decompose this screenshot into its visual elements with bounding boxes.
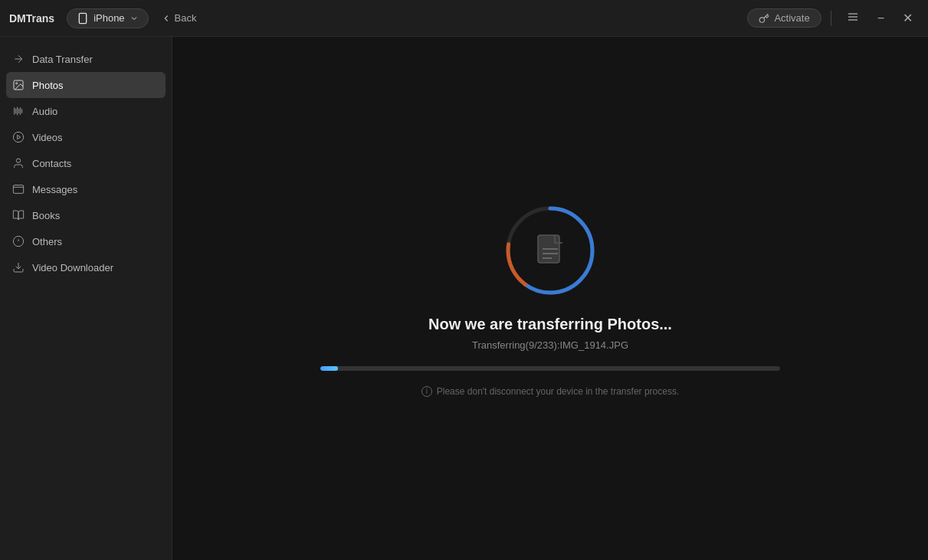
divider — [831, 11, 831, 26]
download-icon — [12, 261, 25, 273]
sidebar-item-video-downloader[interactable]: Video Downloader — [0, 254, 172, 280]
svg-point-7 — [16, 83, 18, 84]
title-bar: DMTrans iPhone Back Activate — [0, 0, 928, 37]
menu-button[interactable] — [841, 8, 865, 29]
sidebar-item-label: Videos — [32, 132, 63, 143]
svg-marker-15 — [18, 135, 21, 139]
progress-bar-fill — [320, 366, 338, 371]
title-bar-right: Activate − ✕ — [747, 8, 919, 29]
sidebar-item-label: Audio — [32, 106, 57, 117]
spinner-svg — [500, 201, 600, 300]
transfer-subtitle: Transferring(9/233):IMG_1914.JPG — [472, 339, 628, 351]
transfer-title: Now we are transferring Photos... — [428, 316, 672, 333]
svg-rect-0 — [79, 13, 86, 23]
svg-point-14 — [13, 132, 23, 142]
chevron-left-icon — [161, 13, 172, 24]
svg-rect-17 — [13, 185, 23, 194]
audio-icon — [12, 105, 25, 117]
photos-icon — [12, 79, 25, 91]
phone-icon — [77, 12, 89, 25]
warning-label: Please don't disconnect your device in t… — [437, 386, 679, 397]
sidebar-item-others[interactable]: Others — [0, 228, 172, 254]
activate-label: Activate — [774, 12, 809, 24]
others-icon — [12, 235, 25, 247]
transfer-icon — [12, 53, 25, 65]
sidebar-item-label: Contacts — [32, 158, 71, 169]
chevron-down-icon — [130, 14, 139, 23]
back-button[interactable]: Back — [161, 12, 197, 24]
warning-text: i Please don't disconnect your device in… — [421, 386, 679, 397]
sidebar-item-label: Messages — [32, 184, 77, 195]
menu-icon — [847, 11, 859, 23]
transfer-area: Now we are transferring Photos... Transf… — [172, 37, 928, 560]
title-bar-left: DMTrans iPhone Back — [9, 8, 197, 28]
videos-icon — [12, 131, 25, 143]
activate-button[interactable]: Activate — [747, 8, 821, 28]
sidebar-item-label: Video Downloader — [32, 262, 113, 273]
sidebar: Data Transfer Photos Audio — [0, 37, 172, 560]
sidebar-item-books[interactable]: Books — [0, 202, 172, 228]
progress-bar-container — [320, 366, 780, 371]
sidebar-item-label: Others — [32, 236, 62, 247]
info-icon: i — [421, 386, 432, 397]
sidebar-item-audio[interactable]: Audio — [0, 98, 172, 124]
sidebar-item-photos[interactable]: Photos — [6, 72, 166, 98]
contacts-icon — [12, 157, 25, 169]
svg-point-16 — [16, 159, 20, 162]
sidebar-item-contacts[interactable]: Contacts — [0, 150, 172, 176]
books-icon — [12, 209, 25, 221]
minimize-button[interactable]: − — [871, 8, 890, 28]
device-selector[interactable]: iPhone — [67, 8, 148, 28]
messages-icon — [12, 183, 25, 195]
sidebar-item-messages[interactable]: Messages — [0, 176, 172, 202]
close-button[interactable]: ✕ — [897, 8, 919, 28]
sidebar-item-label: Data Transfer — [32, 54, 93, 65]
back-label: Back — [175, 12, 197, 24]
sidebar-item-videos[interactable]: Videos — [0, 124, 172, 150]
sidebar-item-label: Photos — [32, 80, 63, 91]
sidebar-item-data-transfer[interactable]: Data Transfer — [0, 46, 172, 72]
spinner-container — [500, 201, 600, 300]
main-content: Data Transfer Photos Audio — [0, 37, 928, 560]
sidebar-item-label: Books — [32, 210, 60, 221]
svg-point-2 — [760, 17, 765, 21]
app-title: DMTrans — [9, 12, 54, 25]
device-name: iPhone — [93, 12, 124, 24]
key-icon — [759, 13, 769, 24]
